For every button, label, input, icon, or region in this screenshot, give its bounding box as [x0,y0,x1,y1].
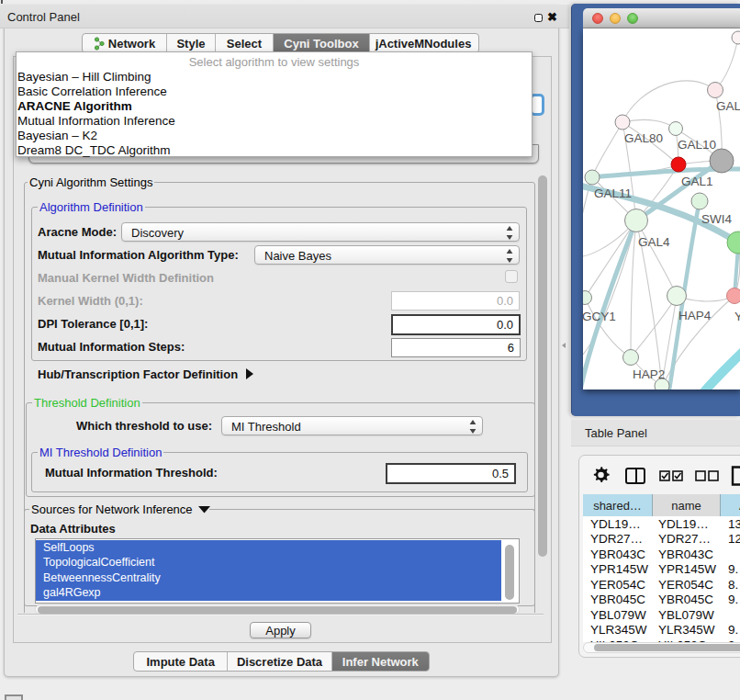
svg-text:HAP2: HAP2 [633,367,665,381]
svg-text:GAL11: GAL11 [594,186,632,200]
svg-text:GCY1: GCY1 [583,310,616,323]
svg-text:Y: Y [734,310,740,323]
svg-text:GAL80: GAL80 [624,131,663,145]
svg-text:GAL10: GAL10 [678,138,716,152]
svg-text:HAP4: HAP4 [678,309,712,322]
svg-text:GAL4: GAL4 [638,235,670,249]
svg-text:GAL2: GAL2 [716,99,740,113]
svg-text:SWI4: SWI4 [701,212,732,226]
svg-text:GAL1: GAL1 [681,175,713,188]
